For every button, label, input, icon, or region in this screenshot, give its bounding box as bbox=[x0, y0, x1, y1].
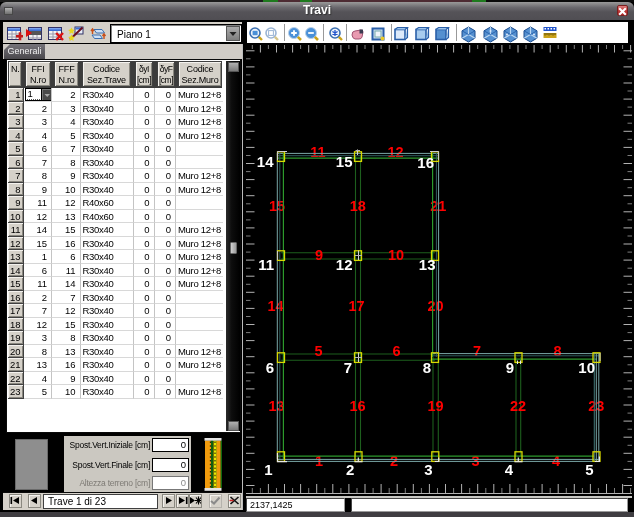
svg-text:14: 14 bbox=[267, 298, 283, 314]
svg-text:11: 11 bbox=[258, 256, 274, 273]
svg-text:5: 5 bbox=[585, 461, 593, 478]
svg-text:4: 4 bbox=[505, 461, 514, 478]
svg-text:13: 13 bbox=[419, 256, 436, 273]
svg-text:10: 10 bbox=[578, 359, 595, 376]
svg-text:6: 6 bbox=[392, 343, 400, 359]
svg-text:9: 9 bbox=[315, 247, 323, 263]
svg-text:4: 4 bbox=[552, 453, 560, 469]
svg-text:22: 22 bbox=[510, 398, 526, 414]
svg-text:5: 5 bbox=[314, 343, 322, 359]
svg-text:12: 12 bbox=[336, 256, 353, 273]
svg-text:1: 1 bbox=[264, 461, 272, 478]
svg-text:17: 17 bbox=[348, 298, 364, 314]
svg-text:3: 3 bbox=[424, 461, 432, 478]
svg-text:2: 2 bbox=[346, 461, 354, 478]
svg-text:13: 13 bbox=[269, 398, 285, 414]
svg-text:7: 7 bbox=[473, 343, 481, 359]
svg-text:9: 9 bbox=[506, 359, 514, 376]
svg-text:7: 7 bbox=[344, 359, 352, 376]
svg-text:18: 18 bbox=[350, 198, 366, 214]
svg-text:16: 16 bbox=[417, 154, 434, 171]
svg-text:8: 8 bbox=[553, 343, 561, 359]
svg-text:16: 16 bbox=[349, 398, 365, 414]
svg-text:3: 3 bbox=[471, 453, 479, 469]
svg-text:20: 20 bbox=[427, 298, 443, 314]
svg-text:1: 1 bbox=[315, 453, 323, 469]
svg-text:6: 6 bbox=[266, 359, 274, 376]
svg-text:2: 2 bbox=[390, 453, 398, 469]
svg-text:10: 10 bbox=[388, 247, 404, 263]
svg-text:19: 19 bbox=[427, 398, 443, 414]
svg-text:8: 8 bbox=[423, 359, 431, 376]
svg-text:15: 15 bbox=[336, 153, 353, 170]
svg-text:14: 14 bbox=[257, 153, 274, 170]
